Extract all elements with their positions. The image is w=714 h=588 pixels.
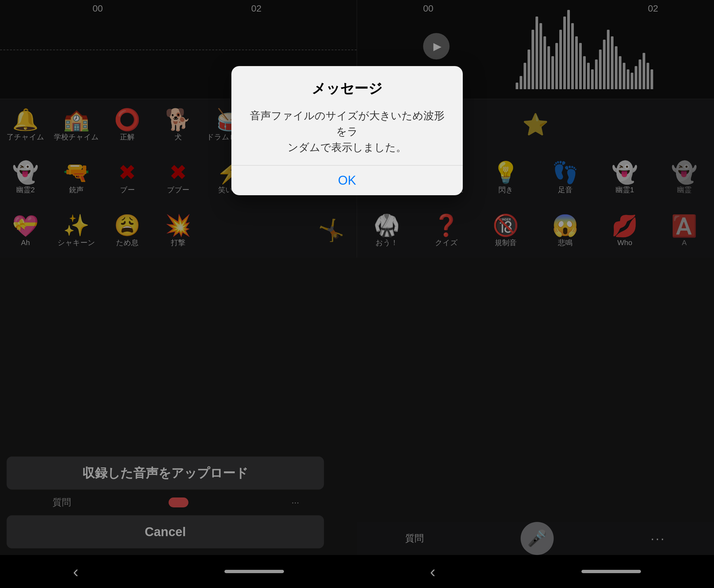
dialog-message: 音声ファイルのサイズが大きいため波形をランダムで表示しました。 bbox=[231, 104, 463, 165]
dialog-ok-button[interactable]: OK bbox=[231, 166, 463, 195]
alert-dialog: メッセージ 音声ファイルのサイズが大きいため波形をランダムで表示しました。 OK bbox=[231, 66, 463, 195]
dialog-ok-label: OK bbox=[338, 173, 356, 188]
dialog-overlay: メッセージ 音声ファイルのサイズが大きいため波形をランダムで表示しました。 OK bbox=[0, 0, 714, 588]
dialog-title: メッセージ bbox=[231, 66, 463, 104]
